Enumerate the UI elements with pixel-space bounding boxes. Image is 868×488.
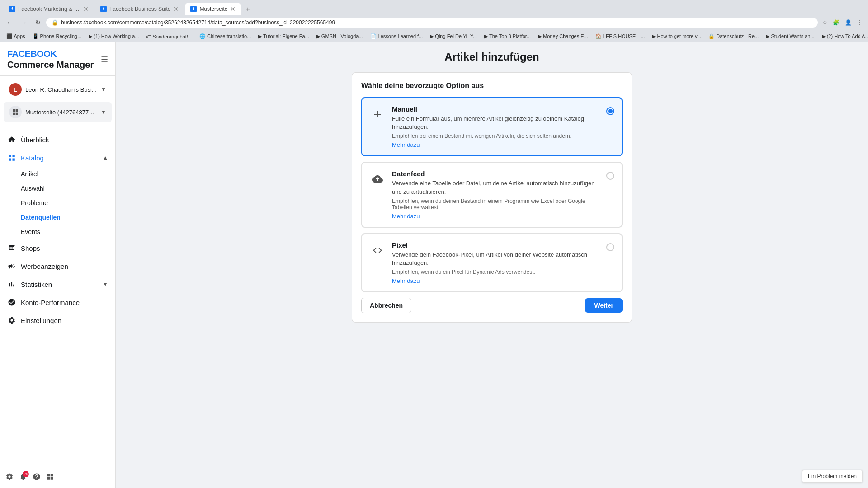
- option-pixel-desc: Verwende dein Facebook-Pixel, um Artikel…: [392, 251, 600, 267]
- commerce-manager-title: Commerce Manager: [7, 59, 94, 70]
- bookmark-8[interactable]: ▶ Qing Fei De Yi -Y...: [427, 33, 480, 40]
- reload-button[interactable]: ↻: [33, 17, 43, 28]
- main-content: Artikel hinzufügen Wähle deine bevorzugt…: [116, 42, 868, 488]
- option-datenfeed-desc: Verwende eine Tabelle oder Datei, um dei…: [392, 179, 600, 196]
- nav-item-uberblick[interactable]: Überblick: [0, 131, 115, 149]
- back-button[interactable]: ←: [4, 17, 15, 28]
- page-icon: [9, 106, 22, 118]
- nav-item-einstellungen[interactable]: Einstellungen: [0, 311, 115, 329]
- nav-item-statistiken[interactable]: Statistiken ▼: [0, 275, 115, 293]
- nav-sub-auswahl[interactable]: Auswahl: [0, 181, 115, 196]
- bookmark-apps[interactable]: ⬛ Apps: [4, 33, 28, 40]
- sidebar: FACEBOOK Commerce Manager ☰ L Leon R. Ch…: [0, 42, 116, 488]
- browser-chrome: f Facebook Marketing & Werb... ✕ f Faceb…: [0, 0, 868, 42]
- extensions-button[interactable]: 🧩: [831, 19, 841, 27]
- account-selector[interactable]: L Leon R. Chaudhari's Busi... ▼: [4, 80, 112, 99]
- bookmark-6[interactable]: ▶ GMSN - Vologda...: [314, 33, 366, 40]
- page-chevron-icon: ▼: [101, 109, 106, 115]
- new-tab-button[interactable]: +: [242, 4, 253, 15]
- nav-sub-events[interactable]: Events: [0, 225, 115, 239]
- option-pixel-more[interactable]: Mehr dazu: [392, 277, 420, 284]
- settings-button[interactable]: [5, 473, 14, 483]
- tab-title-1: Facebook Marketing & Werb...: [18, 6, 80, 12]
- option-datenfeed-radio[interactable]: [606, 172, 614, 180]
- nav-section: Überblick Katalog ▲ Artikel Auswahl Prob…: [0, 127, 115, 467]
- options-card: Wähle deine bevorzugte Option aus Manuel…: [352, 72, 632, 323]
- option-manuell-radio[interactable]: [606, 107, 614, 115]
- nav-label-einstellungen: Einstellungen: [21, 317, 108, 324]
- bookmark-15[interactable]: ▶ (2) How To Add A...: [819, 33, 868, 40]
- nav-label-konto-performance: Konto-Performance: [21, 299, 108, 306]
- card-subtitle: Wähle deine bevorzugte Option aus: [361, 82, 623, 90]
- bookmark-12[interactable]: ▶ How to get more v...: [649, 33, 704, 40]
- bookmark-4[interactable]: 🌐 Chinese translatio...: [197, 33, 254, 40]
- cancel-button[interactable]: Abbrechen: [361, 298, 411, 313]
- nav-label-statistiken: Statistiken: [21, 281, 98, 288]
- bookmark-14[interactable]: ▶ Student Wants an...: [763, 33, 817, 40]
- option-datenfeed-more[interactable]: Mehr dazu: [392, 213, 420, 220]
- hamburger-menu-button[interactable]: ☰: [101, 55, 108, 65]
- address-bar[interactable]: 🔒 business.facebook.com/commerce/catalog…: [46, 18, 818, 28]
- tab-close-3[interactable]: ✕: [230, 5, 236, 13]
- nav-sub-probleme[interactable]: Probleme: [0, 196, 115, 210]
- nav-label-werbeanzeigen: Werbeanzeigen: [21, 263, 108, 270]
- gauge-icon: [7, 298, 16, 307]
- option-pixel[interactable]: Pixel Verwende dein Facebook-Pixel, um A…: [361, 233, 623, 292]
- option-manuell-text: Manuell Fülle ein Formular aus, um mehre…: [392, 105, 600, 148]
- bookmark-13[interactable]: 🔒 Datenschutz - Re...: [706, 33, 761, 40]
- profile-button[interactable]: 👤: [843, 19, 854, 27]
- tab-close-1[interactable]: ✕: [83, 5, 89, 13]
- bookmark-9[interactable]: ▶ The Top 3 Platfor...: [481, 33, 533, 40]
- bookmark-1[interactable]: 📱 Phone Recycling...: [30, 33, 85, 40]
- page-title: Artikel hinzufügen: [352, 51, 632, 63]
- nav-sub-datenquellen[interactable]: Datenquellen: [0, 210, 115, 225]
- bookmark-3[interactable]: 🏷 Sonderangebot!...: [143, 33, 195, 40]
- bookmark-2[interactable]: ▶ (1) How Working a...: [86, 33, 142, 40]
- tab-2[interactable]: f Facebook Business Suite ✕: [95, 3, 184, 15]
- nav-item-shops[interactable]: Shops: [0, 239, 115, 257]
- bookmark-10[interactable]: ▶ Money Changes E...: [535, 33, 591, 40]
- svg-rect-5: [13, 155, 15, 157]
- facebook-logo: FACEBOOK: [7, 49, 94, 59]
- tab-1[interactable]: f Facebook Marketing & Werb... ✕: [4, 3, 94, 15]
- url-text: business.facebook.com/commerce/catalog/3…: [61, 19, 812, 26]
- option-datenfeed-text: Datenfeed Verwende eine Tabelle oder Dat…: [392, 170, 600, 219]
- nav-label-uberblick: Überblick: [21, 136, 108, 144]
- code-icon: [369, 242, 386, 258]
- nav-sub-artikel[interactable]: Artikel: [0, 167, 115, 181]
- bookmark-11[interactable]: 🏠 LEE'S HOUSE—...: [593, 33, 648, 40]
- svg-rect-2: [13, 113, 15, 115]
- report-problem-button[interactable]: Ein Problem melden: [802, 470, 863, 483]
- option-pixel-recommend: Empfohlen, wenn du ein Pixel für Dynamic…: [392, 269, 600, 275]
- chart-icon: [7, 280, 16, 289]
- nav-label-katalog: Katalog: [21, 154, 98, 162]
- forward-button[interactable]: →: [18, 17, 30, 28]
- shop-icon: [7, 244, 16, 253]
- svg-rect-7: [13, 159, 15, 161]
- page-selector[interactable]: Musterseite (442764877401...) ▼: [4, 102, 112, 122]
- option-manuell-more[interactable]: Mehr dazu: [392, 141, 420, 148]
- tab-3[interactable]: f Musterseite ✕: [185, 3, 241, 15]
- option-manuell[interactable]: Manuell Fülle ein Formular aus, um mehre…: [361, 97, 623, 156]
- nav-item-konto-performance[interactable]: Konto-Performance: [0, 293, 115, 311]
- sidebar-divider-2: [0, 125, 115, 125]
- grid-icon: [7, 153, 16, 162]
- bookmark-button[interactable]: ☆: [821, 19, 829, 27]
- help-button[interactable]: [33, 473, 41, 483]
- nav-item-katalog[interactable]: Katalog ▲: [0, 149, 115, 167]
- home-icon: [7, 135, 16, 144]
- tab-close-2[interactable]: ✕: [173, 5, 179, 13]
- layout-button[interactable]: [46, 473, 54, 483]
- notifications-button[interactable]: 26: [19, 473, 27, 483]
- nav-item-werbeanzeigen[interactable]: Werbeanzeigen: [0, 257, 115, 275]
- option-pixel-radio[interactable]: [606, 243, 614, 251]
- next-button[interactable]: Weiter: [585, 298, 623, 313]
- bookmark-7[interactable]: 📄 Lessons Learned f...: [368, 33, 426, 40]
- option-manuell-title: Manuell: [392, 105, 600, 113]
- option-manuell-desc: Fülle ein Formular aus, um mehrere Artik…: [392, 115, 600, 131]
- bookmark-5[interactable]: ▶ Tutorial: Eigene Fa...: [255, 33, 312, 40]
- tab-title-3: Musterseite: [199, 6, 227, 12]
- option-datenfeed-title: Datenfeed: [392, 170, 600, 178]
- menu-button[interactable]: ⋮: [855, 19, 864, 27]
- option-datenfeed[interactable]: Datenfeed Verwende eine Tabelle oder Dat…: [361, 162, 623, 227]
